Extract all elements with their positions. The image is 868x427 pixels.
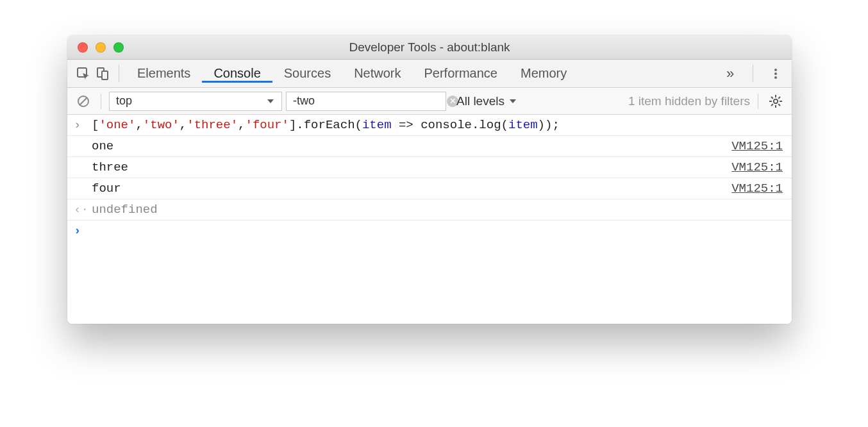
console-settings-icon[interactable]	[766, 92, 785, 111]
panel-tabs: Elements Console Sources Network Perform…	[126, 64, 578, 83]
hidden-by-filters-note: 1 item hidden by filters	[628, 94, 750, 108]
log-levels-label: All levels	[456, 94, 505, 108]
svg-point-4	[774, 72, 777, 75]
output-chevron-icon: ‹·	[74, 203, 92, 217]
console-log-line: four VM125:1	[67, 178, 792, 199]
console-log-line: one VM125:1	[67, 136, 792, 157]
device-toolbar-icon[interactable]	[93, 64, 112, 83]
console-log-line: three VM125:1	[67, 157, 792, 178]
tab-network[interactable]: Network	[342, 64, 412, 83]
execution-context-select[interactable]: top	[109, 92, 282, 111]
log-source-link[interactable]: VM125:1	[731, 160, 783, 174]
tab-memory[interactable]: Memory	[509, 64, 578, 83]
clear-console-icon[interactable]	[74, 92, 93, 111]
svg-line-13	[771, 97, 773, 99]
inspect-element-icon[interactable]	[74, 64, 93, 83]
console-toolbar: top ✕ All levels 1 item hidden by filter…	[67, 88, 792, 115]
console-input-echo: › ['one','two','three','four'].forEach(i…	[67, 115, 792, 136]
input-chevron-icon: ›	[74, 118, 92, 132]
divider	[753, 65, 753, 82]
window-controls	[78, 42, 124, 53]
devtools-window: Developer Tools - about:blank Elements C…	[67, 35, 792, 324]
svg-rect-2	[102, 71, 108, 80]
log-message: three	[92, 160, 731, 174]
console-return-line: ‹· undefined	[67, 199, 792, 221]
divider	[758, 94, 758, 109]
tab-elements[interactable]: Elements	[126, 64, 202, 83]
chevron-down-icon	[508, 97, 517, 106]
chevron-down-icon	[266, 97, 275, 106]
console-output[interactable]: › ['one','two','three','four'].forEach(i…	[67, 115, 792, 324]
svg-point-8	[774, 99, 778, 103]
window-close-button[interactable]	[78, 42, 88, 53]
input-code: ['one','two','three','four'].forEach(ite…	[92, 118, 783, 132]
devtools-tabstrip: Elements Console Sources Network Perform…	[67, 60, 792, 88]
log-source-link[interactable]: VM125:1	[731, 181, 783, 196]
filter-input-wrap: ✕	[286, 92, 446, 111]
log-message: one	[92, 139, 731, 153]
divider	[119, 65, 119, 82]
svg-point-5	[774, 76, 777, 79]
tab-sources[interactable]: Sources	[272, 64, 342, 83]
svg-line-16	[778, 97, 780, 99]
kebab-menu-icon[interactable]	[766, 64, 785, 83]
window-minimize-button[interactable]	[96, 42, 106, 53]
svg-line-7	[79, 97, 87, 105]
log-levels-select[interactable]: All levels	[456, 94, 517, 108]
svg-line-14	[778, 104, 780, 106]
window-titlebar: Developer Tools - about:blank	[67, 35, 792, 60]
tabs-overflow-button[interactable]: »	[721, 64, 740, 83]
console-filter-input[interactable]	[293, 94, 442, 108]
log-message: four	[92, 181, 731, 196]
return-value: undefined	[92, 203, 783, 217]
prompt-chevron-icon: ›	[74, 224, 92, 238]
log-source-link[interactable]: VM125:1	[731, 139, 783, 153]
console-prompt-line[interactable]: ›	[67, 221, 792, 241]
divider	[101, 94, 101, 109]
tab-console[interactable]: Console	[202, 64, 272, 83]
execution-context-value: top	[116, 94, 132, 108]
svg-line-15	[771, 104, 773, 106]
tab-performance[interactable]: Performance	[413, 64, 510, 83]
window-zoom-button[interactable]	[113, 42, 124, 53]
svg-point-3	[774, 69, 777, 71]
window-title: Developer Tools - about:blank	[67, 40, 792, 54]
